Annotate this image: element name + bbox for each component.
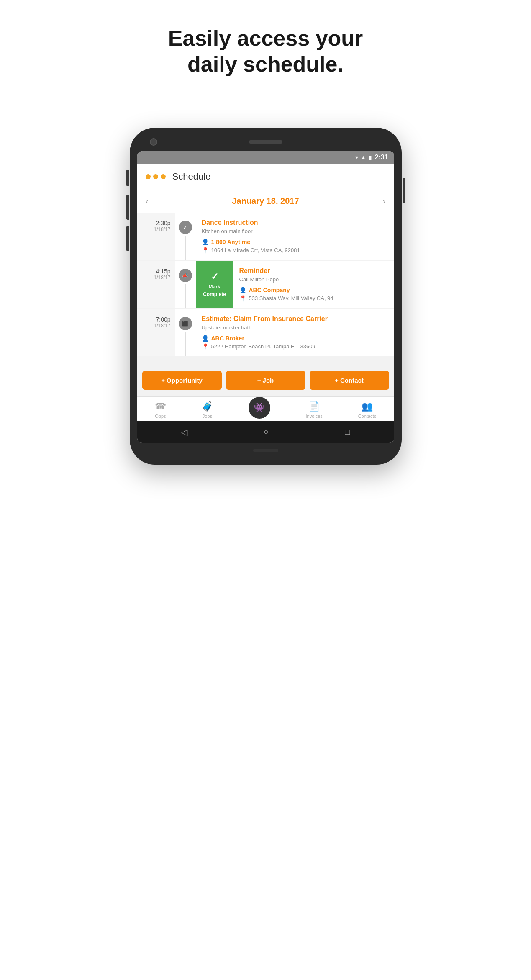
status-column: ✓	[175, 213, 196, 260]
timeline-line	[185, 284, 186, 308]
back-button[interactable]: ◁	[181, 427, 187, 437]
signal-icon: ▲	[361, 154, 367, 161]
menu-dots[interactable]	[146, 174, 166, 179]
mark-complete-label: Mark	[208, 284, 220, 290]
home-indicator	[253, 449, 278, 452]
stop-circle: ⬛	[179, 317, 192, 330]
timeline-line	[185, 236, 186, 260]
invoices-label: Invoices	[305, 414, 322, 419]
person-icon: 👤	[202, 239, 209, 245]
stop-icon: ⬛	[182, 321, 188, 327]
location-icon: 📍	[202, 247, 209, 254]
add-contact-button[interactable]: + Contact	[310, 371, 389, 390]
bottom-nav: ☎ Opps 🧳 Jobs 👾 📄 Invoices 👥 Contacts	[137, 396, 394, 421]
prev-date-arrow[interactable]: ‹	[146, 196, 149, 207]
phone-screen: ▾ ▲ ▮ 2:31 Schedule ‹ January 18, 2017	[137, 151, 394, 443]
item-date: 1/18/17	[154, 275, 170, 280]
jobs-label: Jobs	[203, 414, 212, 419]
volume-down-button	[126, 195, 129, 220]
power-button	[403, 178, 405, 203]
header-title: Schedule	[172, 171, 211, 182]
headline-line1: Easily access your	[168, 26, 363, 50]
address-text: 1064 La Mirada Crt, Vista CA, 92081	[211, 247, 300, 253]
battery-icon: ▮	[369, 154, 372, 161]
timeline-line	[185, 332, 186, 356]
status-column: ⬛	[175, 309, 196, 356]
contacts-icon: 👥	[362, 401, 373, 412]
dot-1	[146, 174, 151, 179]
item-subtitle: Kitchen on main floor	[202, 228, 388, 234]
headline: Easily access your daily schedule.	[168, 25, 363, 103]
nav-invoices[interactable]: 📄 Invoices	[305, 401, 322, 419]
megaphone-circle: 📣	[179, 269, 192, 282]
headline-line2: daily schedule.	[187, 52, 344, 76]
item-content-wrapper: Dance Instruction Kitchen on main floor …	[196, 213, 394, 260]
home-button[interactable]: ○	[264, 427, 269, 437]
camera-icon	[150, 138, 157, 146]
next-date-arrow[interactable]: ›	[382, 196, 385, 207]
item-details: Reminder Call Milton Pope 👤 ABC Company …	[233, 261, 394, 308]
contact-name: ABC Company	[249, 287, 290, 293]
mark-complete-button[interactable]: ✓ Mark Complete	[196, 261, 233, 308]
address-text: 5222 Hampton Beach Pl, Tampa FL, 33609	[211, 343, 316, 350]
check-icon: ✓	[183, 224, 188, 231]
time-column: 7:00p 1/18/17	[137, 309, 175, 356]
time-column: 4:15p 1/18/17	[137, 261, 175, 308]
item-contact: 👤 ABC Company	[239, 287, 388, 293]
dot-3	[161, 174, 166, 179]
item-details: Estimate: Claim From Insurance Carrier U…	[196, 309, 394, 356]
status-time: 2:31	[375, 154, 388, 161]
schedule-spacer	[137, 358, 394, 364]
item-title: Reminder	[239, 267, 388, 275]
dot-2	[153, 174, 158, 179]
item-contact: 👤 ABC Broker	[202, 335, 388, 342]
address-text: 533 Shasta Way, Mill Valley CA, 94	[249, 295, 333, 301]
contacts-label: Contacts	[358, 414, 376, 419]
item-subtitle: Upstairs master bath	[202, 324, 388, 331]
person-icon: 👤	[239, 287, 246, 293]
schedule-item[interactable]: 7:00p 1/18/17 ⬛ Estimate: Claim From Ins…	[137, 309, 394, 356]
check-circle: ✓	[179, 221, 192, 234]
time-column: 2:30p 1/18/17	[137, 213, 175, 260]
speaker	[249, 140, 282, 144]
recent-button[interactable]: □	[345, 427, 350, 437]
opps-icon: ☎	[155, 401, 166, 412]
current-date: January 18, 2017	[232, 196, 299, 206]
green-check-icon: ✓	[211, 271, 218, 282]
add-job-button[interactable]: + Job	[226, 371, 305, 390]
item-address: 📍 533 Shasta Way, Mill Valley CA, 94	[239, 295, 388, 302]
megaphone-icon: 📣	[182, 273, 188, 278]
phone-top-bar	[137, 140, 394, 144]
nav-home-center[interactable]: 👾	[249, 401, 270, 419]
volume-up-button	[126, 170, 129, 186]
app-header: Schedule	[137, 164, 394, 190]
add-opportunity-button[interactable]: + Opportunity	[142, 371, 222, 390]
location-icon: 📍	[239, 295, 246, 302]
nav-opps[interactable]: ☎ Opps	[155, 401, 166, 419]
item-contact: 👤 1 800 Anytime	[202, 239, 388, 245]
person-icon: 👤	[202, 335, 209, 342]
item-content-wrapper: Estimate: Claim From Insurance Carrier U…	[196, 309, 394, 356]
wifi-icon: ▾	[355, 154, 358, 161]
item-address: 📍 1064 La Mirada Crt, Vista CA, 92081	[202, 247, 388, 254]
nav-jobs[interactable]: 🧳 Jobs	[202, 401, 213, 419]
jobs-icon: 🧳	[202, 401, 213, 412]
item-time: 2:30p	[156, 220, 170, 226]
contact-name: ABC Broker	[211, 335, 244, 342]
opps-label: Opps	[155, 414, 166, 419]
status-bar: ▾ ▲ ▮ 2:31	[137, 151, 394, 164]
mark-complete-label2: Complete	[203, 291, 226, 297]
schedule-list: 2:30p 1/18/17 ✓ Dance Instruction Kitche…	[137, 213, 394, 364]
item-content-wrapper: ✓ Mark Complete Reminder Call Milton Pop…	[196, 261, 394, 308]
android-nav: ◁ ○ □	[137, 421, 394, 443]
location-icon: 📍	[202, 343, 209, 350]
status-icons: ▾ ▲ ▮ 2:31	[355, 154, 388, 161]
schedule-item[interactable]: 2:30p 1/18/17 ✓ Dance Instruction Kitche…	[137, 213, 394, 260]
phone-bottom-area	[137, 449, 394, 452]
item-title: Dance Instruction	[202, 219, 388, 226]
item-subtitle: Call Milton Pope	[239, 276, 388, 283]
schedule-item[interactable]: 4:15p 1/18/17 📣 ✓ Mark	[137, 261, 394, 308]
nav-contacts[interactable]: 👥 Contacts	[358, 401, 376, 419]
invoices-icon: 📄	[308, 401, 320, 412]
contact-name: 1 800 Anytime	[211, 239, 251, 245]
